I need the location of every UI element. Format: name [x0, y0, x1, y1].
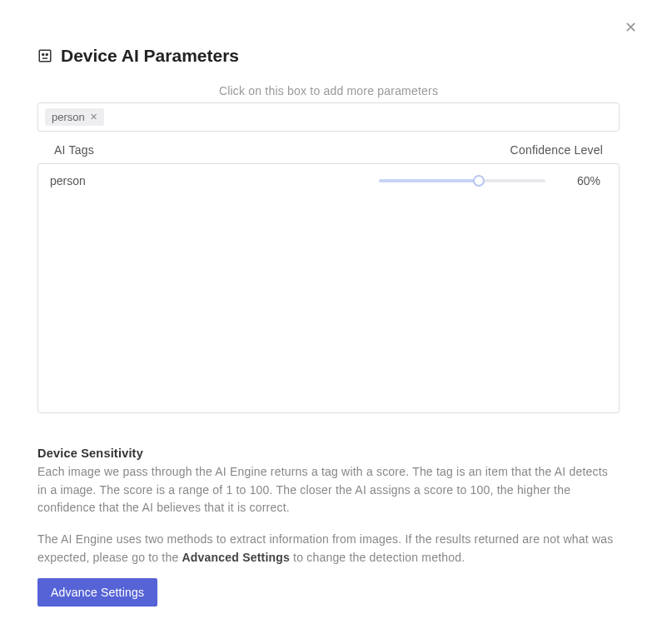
confidence-control: 60%	[217, 174, 607, 187]
column-headers: AI Tags Confidence Level	[37, 143, 620, 157]
tag-listbox[interactable]: person 60%	[37, 163, 620, 413]
close-button[interactable]: ✕	[621, 15, 640, 40]
tag-pill: person ✕	[45, 108, 104, 126]
sensitivity-title: Device Sensitivity	[37, 447, 620, 460]
tag-input-helper: Click on this box to add more parameters	[37, 84, 620, 97]
row-label: person	[50, 174, 217, 187]
sensitivity-desc-2-post: to change the detection method.	[290, 551, 465, 564]
list-row: person 60%	[50, 174, 607, 187]
col-ai-tags: AI Tags	[54, 143, 94, 157]
confidence-value: 60%	[572, 174, 600, 187]
confidence-slider[interactable]	[379, 179, 545, 182]
tag-remove-icon[interactable]: ✕	[88, 112, 99, 122]
sensitivity-desc-2-bold: Advanced Settings	[182, 551, 290, 564]
slider-fill	[379, 179, 479, 182]
tag-input[interactable]: person ✕	[37, 102, 620, 132]
dialog-header: Device AI Parameters	[37, 46, 620, 66]
slider-thumb[interactable]	[473, 175, 485, 187]
tag-pill-label: person	[52, 111, 85, 123]
svg-point-2	[46, 54, 47, 56]
sensitivity-desc-1: Each image we pass through the AI Engine…	[37, 463, 620, 517]
advance-settings-button[interactable]: Advance Settings	[37, 578, 157, 607]
col-confidence: Confidence Level	[510, 143, 603, 157]
svg-point-1	[42, 54, 44, 56]
dialog-title: Device AI Parameters	[61, 46, 239, 66]
svg-rect-0	[39, 50, 51, 62]
device-icon	[37, 48, 52, 63]
close-icon: ✕	[625, 19, 637, 36]
sensitivity-desc-2: The AI Engine uses two methods to extrac…	[37, 531, 620, 567]
